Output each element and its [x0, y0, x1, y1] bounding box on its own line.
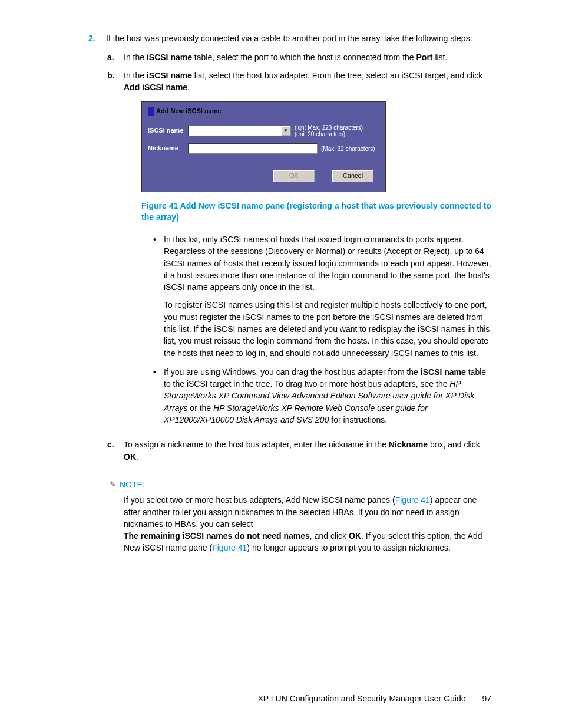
step-2: 2. If the host was previously connected … — [88, 32, 491, 565]
figure-link[interactable]: Figure 41 — [395, 495, 430, 505]
substep-letter: a. — [107, 51, 124, 63]
bullet-point: • — [153, 366, 164, 426]
step-body: If the host was previously connected via… — [106, 32, 491, 565]
figure-caption: Figure 41 Add New iSCSI name pane (regis… — [141, 200, 491, 223]
note-body: If you select two or more host bus adapt… — [124, 494, 491, 554]
substep-a: a. In the iSCSI name table, select the p… — [106, 51, 491, 63]
iscsi-name-combo[interactable]: ▼ — [188, 126, 291, 136]
nickname-label: Nickname — [148, 144, 188, 153]
note-rule-bottom — [124, 565, 491, 565]
note-header: ✎ NOTE: — [110, 479, 491, 490]
step-number: 2. — [88, 32, 106, 565]
iscsi-name-label: iSCSI name — [148, 126, 188, 136]
cancel-button[interactable]: Cancel — [332, 170, 373, 182]
bullet-list: • In this list, only iSCSI names of host… — [153, 233, 491, 426]
dialog-title-row: Add New iSCSI name — [148, 107, 379, 116]
list-item: • In this list, only iSCSI names of host… — [153, 233, 491, 359]
bullet-body: In this list, only iSCSI names of hosts … — [164, 233, 491, 359]
substep-c: c. To assign a nickname to the host bus … — [106, 439, 491, 463]
note-title: NOTE: — [120, 479, 145, 490]
substep-letter: c. — [107, 439, 124, 463]
note-rule-top — [124, 475, 491, 475]
note-icon: ✎ — [110, 479, 116, 490]
add-iscsi-dialog: Add New iSCSI name iSCSI name ▼ (iqn: Ma… — [141, 101, 386, 192]
figure-link[interactable]: Figure 41 — [212, 543, 247, 552]
substeps: a. In the iSCSI name table, select the p… — [106, 51, 491, 463]
ok-button[interactable]: OK — [273, 170, 315, 182]
substep-letter: b. — [107, 70, 124, 433]
note-block: ✎ NOTE: If you select two or more host b… — [124, 475, 491, 565]
substep-body: To assign a nickname to the host bus ada… — [124, 439, 491, 463]
figure-41: Add New iSCSI name iSCSI name ▼ (iqn: Ma… — [141, 101, 491, 192]
nickname-hint: (Max. 32 characters) — [321, 146, 375, 152]
substep-b: b. In the iSCSI name list, select the ho… — [106, 70, 491, 433]
nickname-row: Nickname (Max. 32 characters) — [148, 143, 379, 154]
footer-title: XP LUN Configuration and Security Manage… — [257, 694, 465, 703]
page-number: 97 — [482, 694, 491, 703]
bullet-point: • — [153, 233, 164, 359]
dropdown-icon[interactable]: ▼ — [281, 126, 290, 136]
list-item: • If you are using Windows, you can drag… — [153, 366, 491, 426]
dialog-marker-icon — [148, 107, 154, 116]
substep-body: In the iSCSI name table, select the port… — [124, 51, 491, 63]
bullet-body: If you are using Windows, you can drag t… — [164, 366, 491, 426]
substep-body: In the iSCSI name list, select the host … — [124, 70, 491, 433]
iscsi-name-row: iSCSI name ▼ (iqn: Max. 223 characters) … — [148, 124, 379, 137]
dialog-buttons: OK Cancel — [148, 170, 379, 182]
dialog-title: Add New iSCSI name — [156, 107, 222, 116]
page-footer: XP LUN Configuration and Security Manage… — [257, 693, 491, 704]
iscsi-hint: (iqn: Max. 223 characters) (eui: 20 char… — [295, 124, 363, 137]
step-intro: If the host was previously connected via… — [106, 32, 491, 44]
nickname-input[interactable] — [188, 143, 318, 154]
